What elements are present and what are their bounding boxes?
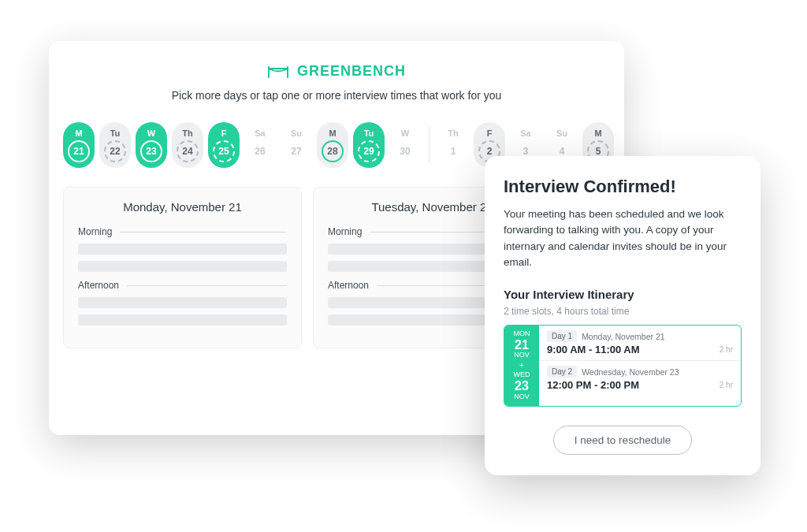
day-abbr: W (401, 128, 409, 138)
instruction-text: Pick more days or tap one or more interv… (49, 89, 624, 102)
itinerary-row: Day 1Monday, November 219:00 AM - 11:00 … (539, 326, 741, 360)
stub-bot-month: NOV (514, 393, 530, 401)
day-abbr: M (594, 128, 601, 138)
day-pill[interactable]: Su27 (281, 122, 312, 168)
day-number: 30 (394, 140, 416, 162)
day-number: 23 (140, 140, 162, 162)
itinerary-time: 12:00 PM - 2:00 PM (547, 379, 639, 391)
day-number: 28 (322, 140, 344, 162)
day-number: 1 (442, 140, 464, 162)
itinerary-date: Wednesday, November 23 (582, 367, 679, 377)
time-slot[interactable] (78, 297, 287, 308)
morning-section: Morning (78, 226, 287, 237)
day-pill[interactable]: Th24 (172, 122, 203, 168)
itinerary-date-stub: MON 21 NOV + WED 23 NOV (504, 326, 539, 406)
itinerary-day-label: Day 1 (547, 330, 577, 342)
day-abbr: M (75, 128, 82, 138)
itinerary-date: Monday, November 21 (582, 332, 664, 341)
itinerary-box: MON 21 NOV + WED 23 NOV Day 1Monday, Nov… (504, 325, 742, 407)
section-label: Morning (328, 226, 362, 237)
day-pill[interactable]: W23 (136, 122, 167, 168)
day-column: Monday, November 21MorningAfternoon (63, 187, 302, 348)
day-abbr: F (221, 128, 227, 138)
section-divider (127, 285, 287, 286)
reschedule-button[interactable]: I need to reschedule (553, 426, 692, 455)
day-abbr: Th (448, 128, 458, 138)
day-pill[interactable]: Tu22 (99, 122, 131, 168)
afternoon-section: Afternoon (78, 280, 287, 291)
day-number: 27 (285, 140, 307, 162)
itinerary-rows: Day 1Monday, November 219:00 AM - 11:00 … (539, 326, 741, 406)
day-pill[interactable]: M28 (317, 122, 348, 168)
day-pill[interactable]: M21 (63, 122, 95, 168)
day-number: 26 (249, 140, 271, 162)
stub-top-abbr: MON (514, 330, 530, 338)
day-abbr: W (147, 128, 155, 138)
confirmation-body: Your meeting has been scheduled and we l… (504, 206, 742, 270)
day-number: 29 (358, 140, 380, 162)
confirmation-card: Interview Confirmed! Your meeting has be… (485, 156, 761, 475)
day-column-title: Monday, November 21 (78, 200, 287, 214)
stub-top-month: NOV (514, 352, 530, 359)
itinerary-time: 9:00 AM - 11:00 AM (547, 344, 640, 355)
day-abbr: Th (182, 128, 192, 138)
month-divider (429, 127, 430, 163)
time-slot[interactable] (78, 261, 287, 272)
section-divider (120, 232, 287, 233)
section-label: Afternoon (328, 280, 369, 291)
section-label: Afternoon (78, 280, 119, 291)
day-number: 24 (177, 140, 199, 162)
stub-bot-abbr: WED (514, 371, 530, 379)
itinerary-summary: 2 time slots, 4 hours total time (504, 306, 742, 317)
section-label: Morning (78, 226, 112, 237)
itinerary-row: Day 2Wednesday, November 2312:00 PM - 2:… (539, 360, 741, 396)
day-number: 25 (213, 140, 235, 162)
stub-bot-num: 23 (515, 379, 529, 393)
day-abbr: M (329, 128, 336, 138)
itinerary-title: Your Interview Itinerary (504, 288, 742, 301)
stub-separator: + (519, 361, 524, 370)
day-pill[interactable]: Sa26 (244, 122, 276, 168)
confirmation-title: Interview Confirmed! (504, 177, 742, 197)
day-pill[interactable]: Tu29 (353, 122, 385, 168)
day-abbr: Su (556, 128, 567, 138)
brand-logo: GREENBENCH (49, 63, 624, 80)
day-abbr: Su (291, 128, 302, 138)
bench-icon (267, 65, 289, 79)
time-slot[interactable] (78, 314, 287, 326)
day-number: 22 (104, 140, 126, 162)
day-number: 21 (68, 140, 90, 162)
itinerary-duration: 2 hr (720, 345, 733, 354)
day-abbr: Sa (520, 128, 530, 138)
day-abbr: Tu (364, 128, 374, 138)
day-abbr: Sa (255, 128, 265, 138)
day-pill[interactable]: W30 (389, 122, 421, 168)
itinerary-duration: 2 hr (720, 381, 733, 389)
day-abbr: F (487, 128, 493, 138)
itinerary-day-label: Day 2 (547, 366, 577, 378)
stub-top-num: 21 (515, 338, 529, 352)
day-abbr: Tu (110, 128, 121, 138)
time-slot[interactable] (78, 244, 287, 255)
day-pill[interactable]: F25 (208, 122, 240, 168)
brand-name: GREENBENCH (297, 63, 406, 80)
day-pill[interactable]: Th1 (437, 122, 469, 168)
